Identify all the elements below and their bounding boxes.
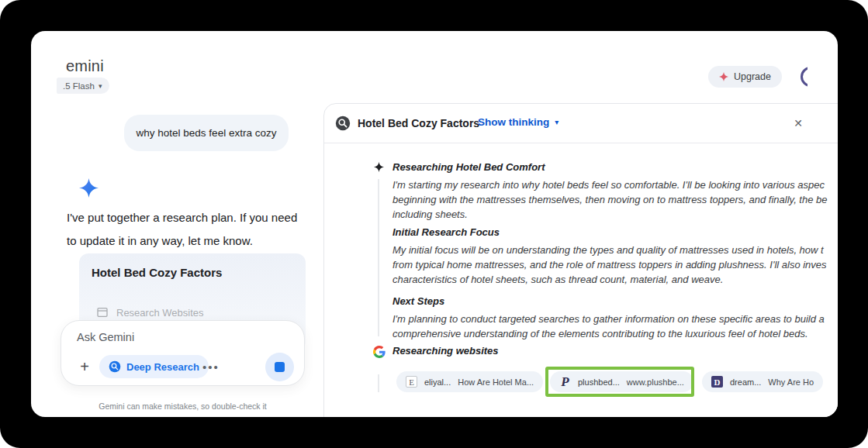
plan-title: Hotel Bed Cozy Factors — [92, 266, 222, 279]
chevron-down-icon: ▾ — [99, 82, 102, 90]
thinking-section: Next Steps I'm planning to conduct targe… — [393, 295, 825, 341]
researching-websites-label: Researching websites — [393, 345, 499, 357]
favicon-icon: E — [406, 376, 417, 388]
section-heading: Next Steps — [393, 295, 825, 307]
app-window: emini .5 Flash ▾ Upgrade why hotel beds … — [31, 31, 838, 417]
spark-icon — [719, 72, 728, 81]
section-line: including sheets. — [393, 207, 828, 222]
timeline-line — [378, 374, 379, 392]
user-message-text: why hotel beds feel extra cozy — [137, 127, 277, 139]
upgrade-label: Upgrade — [734, 71, 771, 82]
source-chip[interactable]: E eliyal... How Are Hotel Ma... — [396, 371, 543, 392]
assistant-message: I've put together a research plan. If yo… — [67, 206, 301, 253]
model-selector-label: .5 Flash — [63, 81, 95, 91]
favicon-icon: D — [711, 376, 723, 388]
section-line: characteristics of hotel sheets, such as… — [393, 272, 827, 287]
upgrade-button[interactable]: Upgrade — [708, 66, 782, 88]
prompt-input[interactable]: Ask Gemini — [77, 331, 134, 343]
highlight-box — [545, 367, 694, 397]
research-panel: Hotel Bed Cozy Factors Show thinking ▾ ✕… — [323, 103, 838, 417]
spark-icon — [374, 162, 384, 172]
more-icon: ••• — [202, 360, 220, 374]
gemini-logo[interactable]: emini — [66, 57, 104, 75]
show-thinking-button[interactable]: Show thinking ▾ — [478, 116, 558, 128]
stop-icon — [275, 362, 285, 372]
user-message-bubble: why hotel beds feel extra cozy — [124, 115, 289, 151]
timeline-line — [378, 179, 379, 336]
section-line: My initial focus will be on understandin… — [393, 243, 827, 257]
disclaimer-text: Gemini can make mistakes, so double-chec… — [61, 401, 305, 411]
panel-header: Hotel Bed Cozy Factors Show thinking ▾ ✕ — [324, 104, 838, 143]
deep-research-chip[interactable]: Deep Research — [99, 355, 209, 378]
thinking-section: Researching Hotel Bed Comfort I'm starti… — [393, 161, 828, 222]
gemini-sparkle-icon — [79, 178, 99, 198]
deep-research-label: Deep Research — [126, 361, 199, 373]
deep-research-icon — [109, 360, 121, 373]
screenshot-stage: emini .5 Flash ▾ Upgrade why hotel beds … — [0, 0, 868, 448]
avatar[interactable] — [801, 67, 807, 88]
google-g-icon — [373, 346, 386, 358]
thinking-section: Initial Research Focus My initial focus … — [393, 226, 827, 287]
stop-button[interactable] — [265, 353, 294, 381]
section-line: from typical home mattresses, and the ro… — [393, 257, 827, 272]
panel-title: Hotel Bed Cozy Factors — [358, 117, 479, 129]
close-icon: ✕ — [794, 117, 803, 129]
plan-item-label: Research Websites — [116, 307, 203, 319]
chip-site: dream... — [730, 377, 761, 387]
section-heading: Researching Hotel Bed Comfort — [393, 161, 828, 173]
chip-title: Why Are Ho — [768, 377, 814, 387]
plus-icon: + — [80, 358, 89, 376]
browser-icon — [96, 306, 109, 319]
section-line: I'm planning to conduct targeted searche… — [393, 312, 825, 326]
more-options-button[interactable]: ••• — [202, 355, 220, 378]
show-thinking-label: Show thinking — [478, 116, 549, 128]
model-selector[interactable]: .5 Flash ▾ — [57, 78, 109, 94]
prompt-input-card: Ask Gemini + Deep Research ••• — [61, 320, 305, 386]
section-heading: Initial Research Focus — [393, 226, 827, 238]
section-line: I'm starting my research into why hotel … — [393, 177, 828, 192]
chevron-down-icon: ▾ — [555, 118, 558, 126]
deep-research-icon — [335, 115, 351, 131]
chip-site: eliyal... — [424, 377, 451, 387]
chip-title: How Are Hotel Ma... — [458, 377, 534, 387]
section-line: beginning with the mattresses themselves… — [393, 192, 828, 207]
source-chip[interactable]: D dream... Why Are Ho — [702, 371, 823, 392]
section-line: comprehensive understanding of the eleme… — [393, 326, 825, 341]
close-button[interactable]: ✕ — [790, 115, 807, 132]
plan-item-research-websites[interactable]: Research Websites — [96, 306, 203, 319]
plus-button[interactable]: + — [74, 357, 95, 377]
